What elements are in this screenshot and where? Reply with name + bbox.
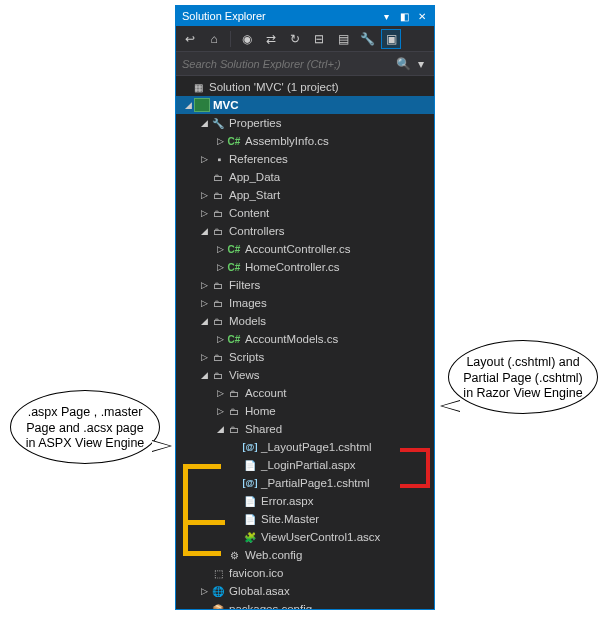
folder-icon — [210, 350, 226, 364]
folder-icon — [226, 422, 242, 436]
solution-icon — [190, 80, 206, 94]
shared-folder-node[interactable]: ◢ Shared — [176, 420, 434, 438]
content-node[interactable]: ▷ Content — [176, 204, 434, 222]
expander-open-icon[interactable]: ◢ — [198, 316, 210, 326]
dropdown-icon[interactable]: ▾ — [378, 8, 394, 24]
expander-closed-icon[interactable]: ▷ — [214, 388, 226, 398]
expander-closed-icon[interactable]: ▷ — [198, 280, 210, 290]
solution-node[interactable]: Solution 'MVC' (1 project) — [176, 78, 434, 96]
callout-aspx-text: .aspx Page , .master Page and .acsx page… — [26, 405, 145, 450]
expander-open-icon[interactable]: ◢ — [182, 100, 194, 110]
search-icon[interactable]: 🔍 — [394, 57, 412, 71]
filters-label: Filters — [229, 279, 260, 291]
loginpartial-label: _LoginPartial.aspx — [261, 459, 356, 471]
controllers-node[interactable]: ◢ Controllers — [176, 222, 434, 240]
images-node[interactable]: ▷ Images — [176, 294, 434, 312]
aspx-icon — [242, 458, 258, 472]
expander-closed-icon[interactable]: ▷ — [214, 406, 226, 416]
appstart-node[interactable]: ▷ App_Start — [176, 186, 434, 204]
layoutpage-node[interactable]: _LayoutPage1.cshtml — [176, 438, 434, 456]
razor-icon — [242, 476, 258, 490]
home-icon[interactable]: ⌂ — [204, 29, 224, 49]
scope-icon[interactable]: ◉ — [237, 29, 257, 49]
yellow-bracket-annotation — [183, 464, 221, 556]
toolbar-separator — [230, 31, 231, 47]
models-node[interactable]: ◢ Models — [176, 312, 434, 330]
expander-open-icon[interactable]: ◢ — [198, 118, 210, 128]
home-label: Home — [245, 405, 276, 417]
sitemaster-label: Site.Master — [261, 513, 319, 525]
expander-closed-icon[interactable]: ▷ — [198, 352, 210, 362]
expander-closed-icon[interactable]: ▷ — [198, 586, 210, 596]
expander-closed-icon[interactable]: ▷ — [214, 334, 226, 344]
folder-icon — [210, 224, 226, 238]
solution-label: Solution 'MVC' (1 project) — [209, 81, 339, 93]
expander-closed-icon[interactable]: ▷ — [198, 190, 210, 200]
views-node[interactable]: ◢ Views — [176, 366, 434, 384]
expander-closed-icon[interactable]: ▷ — [214, 244, 226, 254]
razor-icon — [242, 440, 258, 454]
config-icon — [226, 548, 242, 562]
controllers-label: Controllers — [229, 225, 285, 237]
appdata-node[interactable]: App_Data — [176, 168, 434, 186]
expander-open-icon[interactable]: ◢ — [198, 370, 210, 380]
expander-closed-icon[interactable]: ▷ — [198, 298, 210, 308]
folder-icon — [210, 188, 226, 202]
globalasax-label: Global.asax — [229, 585, 290, 597]
packagesconfig-node[interactable]: packages.config — [176, 600, 434, 609]
refresh-icon[interactable]: ↻ — [285, 29, 305, 49]
project-label: MVC — [213, 99, 239, 111]
accountcontroller-label: AccountController.cs — [245, 243, 350, 255]
search-input[interactable] — [180, 57, 394, 71]
properties-icon[interactable]: 🔧 — [357, 29, 377, 49]
folder-icon — [210, 170, 226, 184]
expander-closed-icon[interactable]: ▷ — [214, 262, 226, 272]
search-options-icon[interactable]: ▾ — [412, 57, 430, 71]
sync-icon[interactable]: ⇄ — [261, 29, 281, 49]
account-folder-node[interactable]: ▷ Account — [176, 384, 434, 402]
package-icon — [210, 602, 226, 609]
accountmodels-node[interactable]: ▷ AccountModels.cs — [176, 330, 434, 348]
viewusercontrol-label: ViewUserControl1.ascx — [261, 531, 380, 543]
folder-icon — [210, 206, 226, 220]
expander-open-icon[interactable]: ◢ — [214, 424, 226, 434]
error-label: Error.aspx — [261, 495, 313, 507]
assemblyinfo-node[interactable]: ▷ AssemblyInfo.cs — [176, 132, 434, 150]
scripts-node[interactable]: ▷ Scripts — [176, 348, 434, 366]
folder-icon — [226, 404, 242, 418]
close-icon[interactable]: ✕ — [414, 8, 430, 24]
expander-closed-icon[interactable]: ▷ — [214, 136, 226, 146]
layoutpage-label: _LayoutPage1.cshtml — [261, 441, 372, 453]
references-icon — [210, 152, 226, 166]
content-label: Content — [229, 207, 269, 219]
callout-razor-text: Layout (.cshtml) and Partial Page (.csht… — [463, 355, 582, 400]
properties-node[interactable]: ◢ Properties — [176, 114, 434, 132]
collapse-icon[interactable]: ⊟ — [309, 29, 329, 49]
pin-icon[interactable]: ◧ — [396, 8, 412, 24]
aspx-icon — [242, 494, 258, 508]
folder-icon — [210, 278, 226, 292]
accountcontroller-node[interactable]: ▷ AccountController.cs — [176, 240, 434, 258]
asax-icon — [210, 584, 226, 598]
filters-node[interactable]: ▷ Filters — [176, 276, 434, 294]
expander-open-icon[interactable]: ◢ — [198, 226, 210, 236]
wrench-icon — [210, 116, 226, 130]
homecontroller-node[interactable]: ▷ HomeController.cs — [176, 258, 434, 276]
favicon-node[interactable]: favicon.ico — [176, 564, 434, 582]
csharp-icon — [226, 134, 242, 148]
preview-icon[interactable]: ▣ — [381, 29, 401, 49]
ico-icon — [210, 566, 226, 580]
home-folder-node[interactable]: ▷ Home — [176, 402, 434, 420]
appdata-label: App_Data — [229, 171, 280, 183]
window-title: Solution Explorer — [182, 10, 376, 22]
globalasax-node[interactable]: ▷ Global.asax — [176, 582, 434, 600]
showall-icon[interactable]: ▤ — [333, 29, 353, 49]
models-label: Models — [229, 315, 266, 327]
references-node[interactable]: ▷ References — [176, 150, 434, 168]
back-icon[interactable]: ↩ — [180, 29, 200, 49]
expander-closed-icon[interactable]: ▷ — [198, 208, 210, 218]
project-node[interactable]: ◢ MVC — [176, 96, 434, 114]
expander-closed-icon[interactable]: ▷ — [198, 154, 210, 164]
csharp-icon — [226, 242, 242, 256]
callout-aspx-tail — [152, 440, 172, 452]
